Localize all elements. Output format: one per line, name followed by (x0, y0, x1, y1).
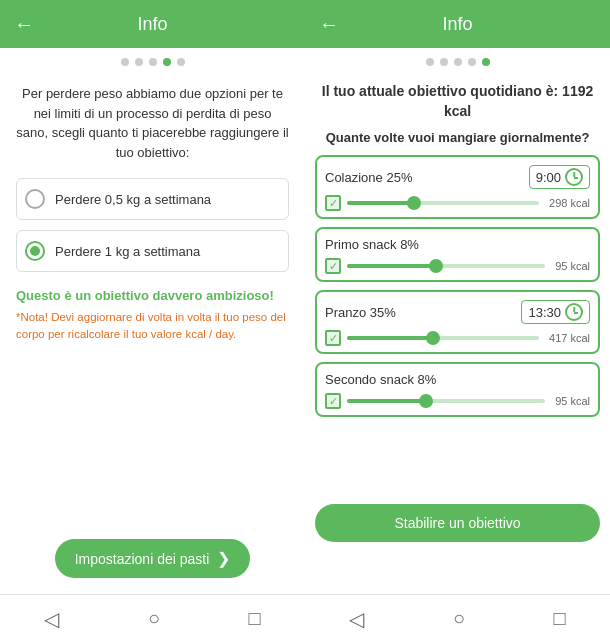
meal-card-primo-snack-header: Primo snack 8% (325, 237, 590, 252)
meal-settings-arrow-icon: ❯ (217, 549, 230, 568)
meal-colazione-fill (347, 201, 414, 205)
meal-colazione-checkbox[interactable]: ✓ (325, 195, 341, 211)
left-header: ← Info (0, 0, 305, 48)
left-nav-square-icon[interactable]: □ (249, 607, 261, 630)
dot-4-active (163, 58, 171, 66)
radio-1 (25, 189, 45, 209)
warning-title: Questo è un obiettivo davvero ambizioso! (16, 288, 289, 303)
right-dots (305, 48, 610, 74)
dot-1 (121, 58, 129, 66)
meal-colazione-time-box[interactable]: 9:00 (529, 165, 590, 189)
stabilire-button[interactable]: Stabilire un obiettivo (315, 504, 600, 542)
meal-secondo-snack-row: ✓ 95 kcal (325, 393, 590, 409)
meal-settings-button[interactable]: Impostazioni dei pasti ❯ (55, 539, 251, 578)
clock-icon-colazione (565, 168, 583, 186)
right-panel: ← Info Il tuo attuale obiettivo quotidia… (305, 0, 610, 642)
meal-card-pranzo: Pranzo 35% 13:30 ✓ 417 kcal (315, 290, 600, 354)
meal-colazione-row: ✓ 298 kcal (325, 195, 590, 211)
clock-icon-pranzo (565, 303, 583, 321)
option-row-2[interactable]: Perdere 1 kg a settimana (16, 230, 289, 272)
meal-colazione-time: 9:00 (536, 170, 561, 185)
right-back-button[interactable]: ← (319, 13, 339, 36)
meal-card-colazione-header: Colazione 25% 9:00 (325, 165, 590, 189)
meal-pranzo-row: ✓ 417 kcal (325, 330, 590, 346)
meal-pranzo-name: Pranzo 35% (325, 305, 396, 320)
meal-primo-snack-name: Primo snack 8% (325, 237, 419, 252)
meal-primo-snack-slider[interactable] (347, 264, 545, 268)
meal-pranzo-time-box[interactable]: 13:30 (521, 300, 590, 324)
meals-question: Quante volte vuoi mangiare giornalmente? (315, 129, 600, 147)
dot-2 (135, 58, 143, 66)
r-dot-1 (426, 58, 434, 66)
right-nav-home-icon[interactable]: ○ (453, 607, 465, 630)
radio-2 (25, 241, 45, 261)
meal-pranzo-fill (347, 336, 433, 340)
r-dot-3 (454, 58, 462, 66)
warning-box: Questo è un obiettivo davvero ambizioso!… (16, 288, 289, 344)
daily-goal-title: Il tuo attuale obiettivo quotidiano è: 1… (315, 82, 600, 121)
meal-pranzo-time: 13:30 (528, 305, 561, 320)
option-label-1: Perdere 0,5 kg a settimana (55, 192, 211, 207)
meal-pranzo-kcal: 417 kcal (549, 332, 590, 344)
right-header: ← Info (305, 0, 610, 48)
right-header-title: Info (442, 14, 472, 35)
option-label-2: Perdere 1 kg a settimana (55, 244, 200, 259)
meal-card-primo-snack: Primo snack 8% ✓ 95 kcal (315, 227, 600, 282)
meal-pranzo-slider[interactable] (347, 336, 539, 340)
meal-primo-snack-row: ✓ 95 kcal (325, 258, 590, 274)
meal-secondo-snack-slider[interactable] (347, 399, 545, 403)
left-header-title: Info (137, 14, 167, 35)
meal-card-secondo-snack-header: Secondo snack 8% (325, 372, 590, 387)
meal-colazione-kcal: 298 kcal (549, 197, 590, 209)
left-dots (0, 48, 305, 74)
meal-secondo-snack-checkbox[interactable]: ✓ (325, 393, 341, 409)
meal-primo-snack-checkbox[interactable]: ✓ (325, 258, 341, 274)
r-dot-5-active (482, 58, 490, 66)
r-dot-4 (468, 58, 476, 66)
left-content: Per perdere peso abbiamo due opzioni per… (0, 74, 305, 594)
meal-colazione-name: Colazione 25% (325, 170, 412, 185)
meal-primo-snack-thumb (429, 259, 443, 273)
meal-card-secondo-snack: Secondo snack 8% ✓ 95 kcal (315, 362, 600, 417)
meal-colazione-slider[interactable] (347, 201, 539, 205)
meal-pranzo-thumb (426, 331, 440, 345)
meal-secondo-snack-thumb (419, 394, 433, 408)
meal-secondo-snack-fill (347, 399, 426, 403)
left-back-button[interactable]: ← (14, 13, 34, 36)
right-bottom-nav: ◁ ○ □ (305, 594, 610, 642)
meal-card-colazione: Colazione 25% 9:00 ✓ 298 kcal (315, 155, 600, 219)
r-dot-2 (440, 58, 448, 66)
option-row-1[interactable]: Perdere 0,5 kg a settimana (16, 178, 289, 220)
dot-3 (149, 58, 157, 66)
warning-note: *Nota! Devi aggiornare di volta in volta… (16, 309, 289, 344)
left-nav-back-icon[interactable]: ◁ (44, 607, 59, 631)
right-nav-square-icon[interactable]: □ (554, 607, 566, 630)
meal-card-pranzo-header: Pranzo 35% 13:30 (325, 300, 590, 324)
meal-primo-snack-kcal: 95 kcal (555, 260, 590, 272)
meal-primo-snack-fill (347, 264, 436, 268)
right-nav-back-icon[interactable]: ◁ (349, 607, 364, 631)
meal-secondo-snack-name: Secondo snack 8% (325, 372, 436, 387)
dot-5 (177, 58, 185, 66)
left-panel: ← Info Per perdere peso abbiamo due opzi… (0, 0, 305, 642)
left-bottom-nav: ◁ ○ □ (0, 594, 305, 642)
intro-text: Per perdere peso abbiamo due opzioni per… (16, 84, 289, 162)
left-nav-home-icon[interactable]: ○ (148, 607, 160, 630)
meal-settings-label: Impostazioni dei pasti (75, 551, 210, 567)
radio-inner-2 (30, 246, 40, 256)
meal-colazione-thumb (407, 196, 421, 210)
meal-secondo-snack-kcal: 95 kcal (555, 395, 590, 407)
meal-pranzo-checkbox[interactable]: ✓ (325, 330, 341, 346)
